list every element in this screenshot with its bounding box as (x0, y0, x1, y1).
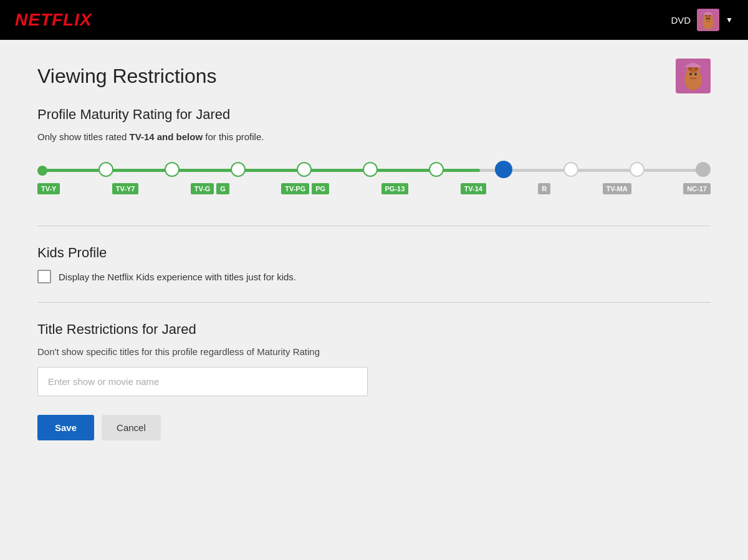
slider-stop-g[interactable] (231, 162, 246, 177)
svg-point-6 (706, 18, 708, 20)
maturity-section-desc: Only show titles rated TV-14 and below f… (37, 131, 711, 142)
slider-stops (37, 161, 711, 178)
page-title: Viewing Restrictions (37, 65, 711, 88)
dvd-label: DVD (671, 15, 691, 26)
label-tvy: TV-Y (37, 183, 60, 194)
label-pg13: PG-13 (381, 183, 409, 194)
svg-point-7 (709, 18, 711, 20)
badge-tv14: TV-14 (461, 183, 486, 194)
header: NETFLIX DVD ▼ (0, 0, 748, 40)
slider-stop-tvy7[interactable] (98, 162, 113, 177)
maturity-slider[interactable]: TV-Y TV-Y7 TV-G G TV-PG PG PG-13 TV-14 (37, 161, 711, 194)
badge-tvg: TV-G (191, 183, 214, 194)
slider-stop-tvma[interactable] (630, 162, 645, 177)
divider-2 (37, 302, 711, 303)
badge-tvy: TV-Y (37, 183, 60, 194)
maturity-section-title: Profile Maturity Rating for Jared (37, 107, 711, 123)
svg-point-16 (694, 73, 697, 75)
divider-1 (37, 225, 711, 226)
badge-r: R (538, 183, 550, 194)
page-header: Viewing Restrictions (37, 65, 711, 88)
title-restrictions-section: Title Restrictions for Jared Don't show … (37, 321, 711, 396)
badge-tvma: TV-MA (603, 183, 631, 194)
profile-avatar-top (676, 59, 711, 93)
badge-g: G (216, 183, 229, 194)
title-restrictions-title: Title Restrictions for Jared (37, 321, 711, 338)
label-tvy7: TV-Y7 (112, 183, 139, 194)
kids-checkbox-row: Display the Netflix Kids experience with… (37, 270, 711, 283)
rating-labels-row: TV-Y TV-Y7 TV-G G TV-PG PG PG-13 TV-14 (37, 183, 711, 194)
label-r: R (538, 183, 550, 194)
badge-pg13: PG-13 (381, 183, 409, 194)
slider-stop-pg13[interactable] (429, 162, 444, 177)
label-tvpg-pg: TV-PG PG (281, 183, 329, 194)
button-row: Save Cancel (37, 415, 711, 440)
kids-checkbox[interactable] (37, 270, 51, 283)
avatar-header[interactable] (697, 9, 719, 31)
netflix-logo[interactable]: NETFLIX (15, 10, 92, 30)
badge-tvy7: TV-Y7 (112, 183, 139, 194)
badge-nc17: NC-17 (683, 183, 711, 194)
cancel-button[interactable]: Cancel (102, 415, 161, 440)
slider-stop-tvg[interactable] (165, 162, 180, 177)
slider-stop-tv14[interactable] (495, 161, 512, 178)
header-dropdown-arrow[interactable]: ▼ (726, 16, 733, 24)
header-right: DVD ▼ (671, 9, 733, 31)
save-button[interactable]: Save (37, 415, 94, 440)
kids-section: Kids Profile Display the Netflix Kids ex… (37, 245, 711, 283)
kids-checkbox-label: Display the Netflix Kids experience with… (59, 272, 296, 282)
svg-point-15 (689, 73, 692, 75)
label-nc17: NC-17 (683, 183, 711, 194)
slider-stop-r[interactable] (563, 162, 578, 177)
movie-search-input[interactable] (37, 367, 368, 396)
slider-stop-nc17[interactable] (696, 162, 711, 177)
main-content: Viewing Restrictions Profile Maturity Ra… (0, 40, 748, 560)
slider-stop-pg[interactable] (363, 162, 378, 177)
slider-stop-tvy[interactable] (37, 166, 47, 176)
maturity-section: Profile Maturity Rating for Jared Only s… (37, 107, 711, 194)
label-tvma: TV-MA (603, 183, 631, 194)
label-tv14: TV-14 (461, 183, 486, 194)
badge-pg: PG (312, 183, 329, 194)
badge-tvpg: TV-PG (281, 183, 309, 194)
title-restrictions-desc: Don't show specific titles for this prof… (37, 346, 711, 357)
slider-stop-tvpg[interactable] (297, 162, 312, 177)
kids-section-title: Kids Profile (37, 245, 711, 261)
label-tvg-g: TV-G G (191, 183, 229, 194)
